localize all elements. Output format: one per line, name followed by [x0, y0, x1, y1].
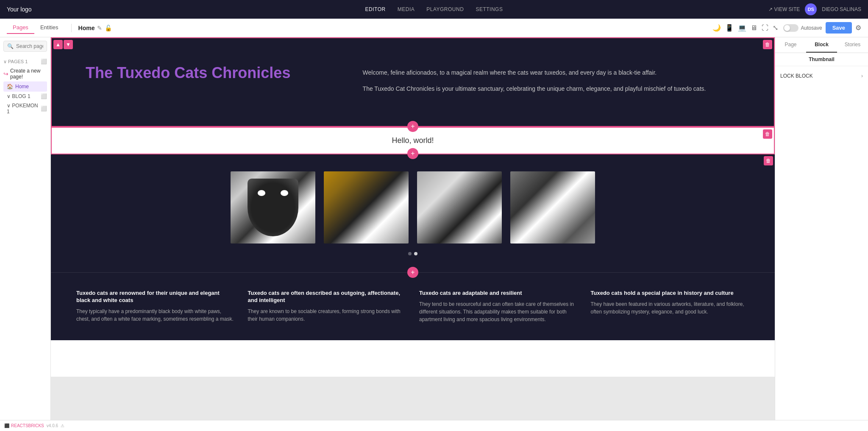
mobile-icon-button[interactable]: 📱: [723, 22, 735, 34]
hero-desc-1: Welcome, feline aficionados, to a magica…: [363, 68, 740, 77]
toolbar-separator: [71, 24, 72, 32]
edit-page-icon[interactable]: ✎: [97, 25, 102, 31]
feature-desc-1: They typically have a predominantly blac…: [76, 308, 235, 323]
nav-editor[interactable]: EDITOR: [365, 6, 386, 12]
nav-settings[interactable]: SETTINGS: [476, 6, 503, 12]
pages-section: ∨ PAGES 1 ⬜ ↪ Create a new page! 🏠 Home …: [0, 55, 50, 118]
search-box[interactable]: 🔍: [3, 41, 47, 52]
tab-pages[interactable]: Pages: [7, 22, 34, 34]
toggle-knob: [784, 25, 790, 31]
gallery-dots: [76, 252, 749, 255]
home-icon: 🏠: [7, 84, 13, 90]
main-layout: 🔍 ∨ PAGES 1 ⬜ ↪ Create a new page! 🏠 Hom…: [0, 37, 868, 420]
sidebar-item-home-label: Home: [15, 84, 29, 90]
shrink-icon-button[interactable]: ⤡: [771, 22, 780, 34]
view-site-button[interactable]: ↗ VIEW SITE: [768, 6, 800, 12]
hello-delete-button[interactable]: 🗑: [763, 129, 772, 139]
features-section: Tuxedo cats are renowned for their uniqu…: [51, 272, 775, 340]
nav-center: EDITOR MEDIA PLAYGROUND SETTINGS: [365, 6, 503, 12]
create-new-page[interactable]: ↪ Create a new page!: [3, 66, 47, 81]
pokemon-new-icon[interactable]: ⬜: [41, 106, 47, 112]
feature-title-2: Tuxedo cats are often described as outgo…: [248, 290, 407, 304]
gallery-dot-2[interactable]: [414, 252, 417, 255]
sidebar-item-home[interactable]: 🏠 Home: [3, 81, 47, 92]
feature-desc-3: They tend to be resourceful and can ofte…: [419, 300, 578, 323]
feature-col-4: Tuxedo cats hold a special place in hist…: [591, 290, 750, 323]
lock-chevron-icon: ›: [861, 73, 863, 79]
block-controls: ▲ ▼: [53, 40, 73, 49]
page-title: Home: [78, 25, 95, 31]
brand-name: REACTSBRICKS: [11, 423, 44, 428]
bricks-icon: ⬛: [4, 423, 9, 428]
add-block-button-gallery[interactable]: +: [407, 267, 418, 278]
pages-section-header[interactable]: ∨ PAGES 1 ⬜: [3, 57, 47, 66]
canvas-wrapper: ▲ ▼ 🗑 The Tuxedo Cats Chronicles Welcome…: [51, 37, 775, 377]
gallery-section: + 🗑: [51, 154, 775, 272]
move-down-button[interactable]: ▼: [64, 40, 73, 49]
gallery-dot-1[interactable]: [408, 252, 412, 255]
right-panel-tabs: Page Block Stories: [775, 37, 868, 53]
new-page-icon[interactable]: ⬜: [41, 59, 47, 64]
toolbar: Pages Entities Home ✎ 🔓 🌙 📱 💻 🖥 ⛶ ⤡ Auto…: [0, 19, 868, 37]
add-block-button-hello[interactable]: +: [407, 148, 418, 159]
hello-text: Hello, world!: [392, 136, 434, 145]
add-block-below-hero[interactable]: +: [407, 121, 418, 132]
search-input[interactable]: [16, 43, 43, 49]
add-block-below-hello[interactable]: +: [407, 148, 418, 159]
feature-title-1: Tuxedo cats are renowned for their uniqu…: [76, 290, 235, 304]
search-icon: 🔍: [7, 43, 14, 49]
autosave-toggle[interactable]: Autosave: [783, 24, 822, 32]
nav-media[interactable]: MEDIA: [398, 6, 415, 12]
cat-image-1: [231, 171, 315, 243]
right-tab-stories[interactable]: Stories: [837, 37, 868, 53]
blog-row[interactable]: ∨ BLOG 1 ⬜: [3, 92, 47, 101]
desktop-icon-button[interactable]: 🖥: [749, 22, 759, 34]
add-block-below-gallery[interactable]: +: [407, 267, 418, 278]
feature-desc-4: They have been featured in various artwo…: [591, 300, 750, 316]
cat-image-4: [510, 171, 595, 243]
page-title-area: Home ✎ 🔓: [78, 25, 707, 31]
device-icons: 🌙 📱 💻 🖥 ⛶ ⤡: [711, 22, 780, 34]
pokemon-row[interactable]: ∨ POKEMON 1 ⬜: [3, 101, 47, 116]
moon-icon-button[interactable]: 🌙: [711, 22, 723, 34]
gallery-grid: [76, 171, 749, 243]
user-name: DIEGO SALINAS: [822, 6, 861, 12]
tablet-icon-button[interactable]: 💻: [736, 22, 748, 34]
hero-desc-2: The Tuxedo Cat Chronicles is your ultima…: [363, 84, 740, 93]
nav-right: ↗ VIEW SITE DS DIEGO SALINAS: [768, 3, 861, 15]
top-navigation: Your logo EDITOR MEDIA PLAYGROUND SETTIN…: [0, 0, 868, 19]
right-tab-page[interactable]: Page: [775, 37, 806, 53]
external-link-icon: ↗: [768, 6, 773, 12]
version-label: v4.0.6: [47, 423, 58, 428]
thumbnail-label: Thumbnail: [775, 53, 868, 66]
lock-block-label: LOCK BLOCK: [780, 73, 813, 79]
save-button[interactable]: Save: [826, 22, 852, 34]
feature-desc-2: They are known to be sociable creatures,…: [248, 308, 407, 323]
left-sidebar: 🔍 ∨ PAGES 1 ⬜ ↪ Create a new page! 🏠 Hom…: [0, 37, 51, 420]
toolbar-right: 🌙 📱 💻 🖥 ⛶ ⤡ Autosave Save ⚙: [711, 22, 861, 34]
add-block-button-hero[interactable]: +: [407, 121, 418, 132]
gallery-delete-button[interactable]: 🗑: [764, 156, 773, 165]
lock-block-row[interactable]: LOCK BLOCK ›: [775, 70, 868, 82]
canvas-area: ▲ ▼ 🗑 The Tuxedo Cats Chronicles Welcome…: [51, 37, 775, 420]
page-entity-tabs: Pages Entities: [7, 22, 64, 34]
cat-image-2: [324, 171, 409, 243]
feature-col-2: Tuxedo cats are often described as outgo…: [248, 290, 407, 323]
nav-playground[interactable]: PLAYGROUND: [426, 6, 464, 12]
lock-page-icon[interactable]: 🔓: [105, 25, 112, 31]
blog-new-icon[interactable]: ⬜: [41, 93, 47, 99]
right-tab-block[interactable]: Block: [806, 37, 837, 53]
move-up-button[interactable]: ▲: [53, 40, 63, 49]
hero-delete-button[interactable]: 🗑: [763, 40, 772, 49]
feature-title-3: Tuxedo cats are adaptable and resilient: [419, 290, 578, 297]
settings-icon-button[interactable]: ⚙: [855, 24, 861, 32]
feature-title-4: Tuxedo cats hold a special place in hist…: [591, 290, 750, 297]
user-avatar: DS: [805, 3, 817, 15]
bottom-bar: ⬛ REACTSBRICKS v4.0.6 ⚠: [0, 420, 868, 431]
expand-icon-button[interactable]: ⛶: [760, 22, 770, 34]
cat-image-3: [417, 171, 502, 243]
tab-entities[interactable]: Entities: [34, 22, 64, 34]
bottom-logo: ⬛ REACTSBRICKS: [4, 423, 44, 428]
hero-title: The Tuxedo Cats Chronicles: [86, 64, 337, 82]
autosave-switch[interactable]: [783, 24, 798, 32]
